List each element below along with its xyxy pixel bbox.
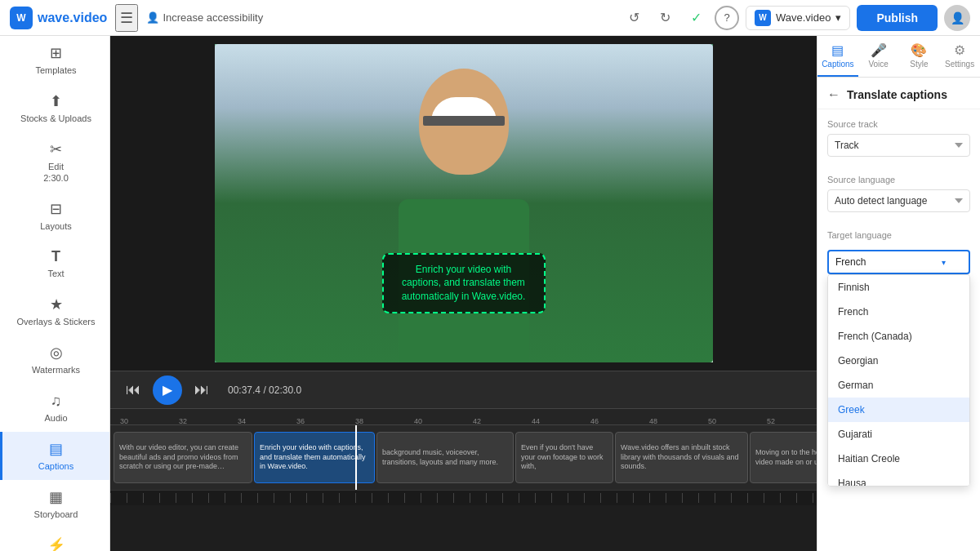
source-language-label: Source language (827, 175, 970, 184)
ruler-mark: 34 (238, 417, 246, 425)
tab-captions-label: Captions (822, 60, 853, 69)
source-language-select[interactable]: Auto detect language (827, 189, 970, 212)
clip-text-6: Moving on to the hosting. Every video ma… (755, 448, 817, 467)
dropdown-item-german[interactable]: German (828, 373, 969, 398)
watermarks-icon (50, 344, 63, 362)
source-track-section: Source track Track (817, 109, 980, 157)
clip-text-3: background music, voiceover, transitions… (382, 448, 508, 467)
translate-panel: ← Translate captions Source track Track … (817, 78, 980, 551)
clip-1[interactable]: With our video editor, you can create be… (114, 432, 252, 483)
hamburger-button[interactable]: ☰ (115, 4, 138, 32)
avatar: 👤 (944, 5, 970, 31)
tab-style[interactable]: 🎨 Style (899, 36, 940, 77)
sidebar-label-edit: Edit2:30.0 (43, 162, 69, 183)
storyboard-icon (49, 488, 63, 506)
clip-4[interactable]: Even if you don't have your own footage … (515, 432, 613, 483)
clip-3[interactable]: background music, voiceover, transitions… (376, 432, 514, 483)
time-display: 00:37.4 / 02:30.0 (228, 384, 301, 396)
sidebar-item-stocks[interactable]: Stocks & Uploads (0, 84, 109, 132)
target-language-dropdown[interactable]: French ▾ Finnish French French (Canada) … (827, 250, 970, 274)
back-button[interactable]: ← (827, 87, 840, 102)
caption-text: Enrich your video with captions, and tra… (402, 264, 526, 303)
sidebar-item-edit[interactable]: Edit2:30.0 (0, 132, 109, 191)
video-container: Enrich your video with captions, and tra… (110, 36, 817, 371)
stocks-icon (50, 92, 62, 110)
undo-button[interactable]: ↺ (621, 6, 646, 30)
sidebar-item-captions[interactable]: Captions (0, 432, 109, 480)
style-tab-icon: 🎨 (911, 42, 927, 58)
source-track-label: Source track (827, 119, 970, 129)
timeline-ruler: 30 32 34 36 38 40 42 44 46 48 50 52 54 5… (110, 409, 817, 425)
sidebar-item-overlays[interactable]: Overlays & Stickers (0, 287, 109, 335)
logo: W wave.video (10, 7, 107, 29)
ruler-mark: 42 (473, 417, 481, 425)
dropdown-item-haitian-creole[interactable]: Haitian Creole (828, 447, 969, 471)
clip-text-5: Wave.video offers an inbuilt stock libra… (621, 443, 742, 472)
sidebar-item-watermarks[interactable]: Watermarks (0, 335, 109, 384)
sidebar-label-audio: Audio (44, 413, 67, 424)
sidebar-item-templates[interactable]: Templates (0, 36, 109, 84)
source-language-section: Source language Auto detect language (817, 165, 980, 212)
sidebar-label-stocks: Stocks & Uploads (20, 113, 91, 124)
mini-ruler-marks (110, 493, 817, 503)
sidebar-item-text[interactable]: Text (0, 240, 109, 287)
clip-text-1: With our video editor, you can create be… (119, 443, 247, 472)
skip-back-button[interactable]: ⏮ (120, 377, 146, 403)
ruler-mark: 46 (590, 417, 599, 425)
skip-forward-button[interactable]: ⏭ (189, 377, 215, 403)
right-panel: ▤ Captions 🎤 Voice 🎨 Style ⚙ Settings ← … (817, 36, 980, 551)
ruler-mark: 52 (767, 417, 775, 425)
accessibility-button[interactable]: 👤 Increase accessibility (146, 11, 263, 24)
tab-captions[interactable]: ▤ Captions (817, 36, 858, 77)
playback-controls: ⏮ ▶ ⏭ 00:37.4 / 02:30.0 (110, 371, 817, 408)
sidebar: Templates Stocks & Uploads Edit2:30.0 La… (0, 36, 110, 551)
sidebar-item-enhancers[interactable]: Enhancers (0, 528, 109, 551)
check-button[interactable]: ✓ (684, 6, 708, 30)
right-panel-tabs: ▤ Captions 🎤 Voice 🎨 Style ⚙ Settings (817, 36, 980, 78)
play-button[interactable]: ▶ (153, 375, 182, 405)
text-icon (51, 248, 60, 265)
tab-voice[interactable]: 🎤 Voice (858, 36, 899, 77)
tab-settings[interactable]: ⚙ Settings (939, 36, 980, 77)
clip-6[interactable]: Moving on to the hosting. Every video ma… (750, 432, 817, 483)
sidebar-item-storyboard[interactable]: Storyboard (0, 480, 109, 528)
person-head (419, 69, 509, 175)
workspace-selector[interactable]: W Wave.video ▾ (746, 6, 850, 30)
overlays-icon (50, 295, 63, 313)
redo-button[interactable]: ↻ (653, 6, 677, 30)
person-visor-band (423, 116, 505, 126)
source-track-select[interactable]: Track (827, 134, 970, 157)
tab-settings-label: Settings (945, 60, 974, 69)
sidebar-label-captions: Captions (38, 461, 74, 472)
dropdown-list: Finnish French French (Canada) Georgian … (827, 274, 970, 487)
timeline-caption-track: With our video editor, you can create be… (110, 425, 817, 491)
translate-title: Translate captions (847, 88, 947, 101)
ruler-mark: 48 (649, 417, 657, 425)
tab-voice-label: Voice (868, 60, 888, 69)
dropdown-item-french-canada[interactable]: French (Canada) (828, 324, 969, 349)
dropdown-item-hausa[interactable]: Hausa (828, 471, 969, 487)
help-button[interactable]: ? (715, 6, 739, 30)
time-separator: / (263, 384, 265, 396)
publish-button[interactable]: Publish (857, 5, 938, 31)
timeline-mini-ruler (110, 491, 817, 505)
dropdown-item-french[interactable]: French (828, 300, 969, 324)
dropdown-chevron-icon: ▾ (942, 258, 946, 267)
workspace-chevron: ▾ (835, 11, 841, 24)
clip-5[interactable]: Wave.video offers an inbuilt stock libra… (615, 432, 748, 483)
dropdown-item-gujarati[interactable]: Gujarati (828, 422, 969, 447)
sidebar-item-audio[interactable]: Audio (0, 384, 109, 432)
settings-tab-icon: ⚙ (954, 42, 965, 58)
dropdown-item-finnish[interactable]: Finnish (828, 275, 969, 300)
sidebar-label-storyboard: Storyboard (34, 509, 78, 520)
workspace-name: Wave.video (776, 11, 831, 24)
dropdown-item-georgian[interactable]: Georgian (828, 349, 969, 373)
captions-icon (49, 440, 63, 458)
logo-icon: W (10, 7, 33, 29)
sidebar-label-overlays: Overlays & Stickers (17, 317, 96, 327)
playhead (355, 425, 357, 490)
sidebar-item-layouts[interactable]: Layouts (0, 192, 109, 240)
dropdown-selected[interactable]: French ▾ (827, 250, 970, 274)
video-background: Enrich your video with captions, and tra… (215, 44, 713, 362)
dropdown-item-greek[interactable]: Greek (828, 398, 969, 422)
